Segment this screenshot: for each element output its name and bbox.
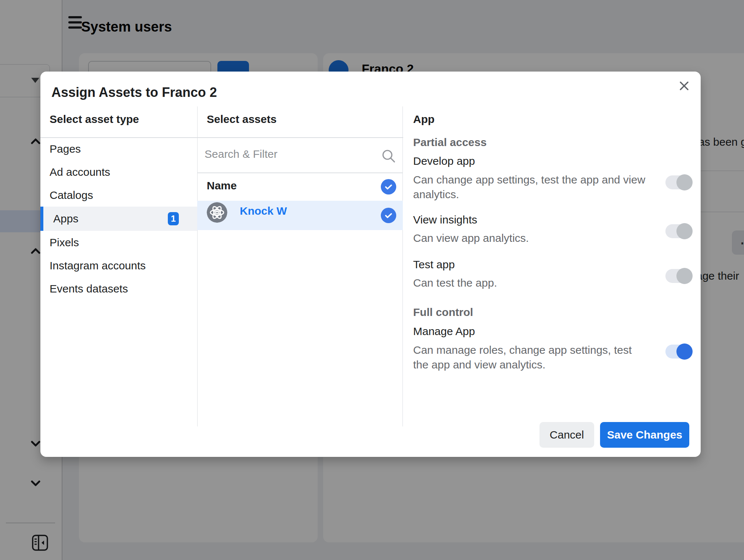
search-divider [197,172,403,173]
toggle-knob [676,343,693,360]
select-all-checkbox[interactable] [381,179,396,194]
toggle-manage-app[interactable] [665,345,692,359]
section-heading-full-control: Full control [413,306,473,319]
check-icon [384,211,393,220]
screen: System users Franco 2 as been gr age the… [0,0,744,560]
dialog-title: Assign Assets to Franco 2 [51,85,217,100]
permission-label-manage-app: Manage App [413,325,475,338]
toggle-knob [676,268,693,284]
column-divider [402,106,403,426]
asset-type-label: Instagram accounts [50,259,146,272]
permission-label-test-app: Test app [413,258,455,271]
permission-description: Can manage roles, change app settings, t… [413,343,648,372]
asset-type-label: Apps [53,212,78,225]
selected-indicator-bar [40,207,43,231]
check-icon [384,182,393,192]
asset-type-instagram-accounts[interactable]: Instagram accounts [43,254,197,277]
assign-assets-dialog: Assign Assets to Franco 2 Select asset t… [40,72,701,457]
toggle-test-app[interactable] [665,269,692,283]
permissions-header: App [413,113,434,126]
asset-type-label: Catalogs [50,189,93,201]
toggle-knob [676,174,693,190]
cancel-button[interactable]: Cancel [539,422,594,448]
column-divider [197,106,198,426]
permission-description: Can change app settings, test the app an… [413,172,648,202]
asset-type-label: Ad accounts [50,166,110,178]
asset-type-header: Select asset type [50,113,139,126]
toggle-develop-app[interactable] [665,175,692,189]
asset-name: Knock W [240,205,287,217]
asset-type-apps[interactable]: Apps 1 [43,207,197,231]
asset-type-pages[interactable]: Pages [43,137,197,160]
toggle-knob [676,223,693,239]
asset-type-catalogs[interactable]: Catalogs [43,183,197,207]
save-changes-button[interactable]: Save Changes [600,422,689,448]
asset-checkbox[interactable] [381,208,396,223]
name-column-header: Name [207,179,237,192]
asset-type-ad-accounts[interactable]: Ad accounts [43,160,197,183]
close-button[interactable] [675,77,693,95]
count-badge: 1 [168,212,179,225]
app-atom-avatar-icon [207,202,227,223]
search-filter-input[interactable] [204,142,367,166]
asset-type-label: Events datasets [50,283,128,295]
permission-description: Can test the app. [413,276,648,290]
asset-type-events-datasets[interactable]: Events datasets [43,277,197,300]
close-icon [678,80,690,92]
assets-header: Select assets [207,113,277,126]
search-icon [381,149,396,163]
asset-type-label: Pixels [50,236,79,249]
section-heading-partial-access: Partial access [413,136,487,149]
toggle-view-insights[interactable] [665,224,692,238]
asset-type-pixels[interactable]: Pixels [43,231,197,254]
permission-label-view-insights: View insights [413,214,477,226]
asset-row-knock-w[interactable]: Knock W [197,201,403,230]
permission-label-develop-app: Develop app [413,155,475,167]
asset-type-label: Pages [50,143,81,155]
permission-description: Can view app analytics. [413,231,648,246]
